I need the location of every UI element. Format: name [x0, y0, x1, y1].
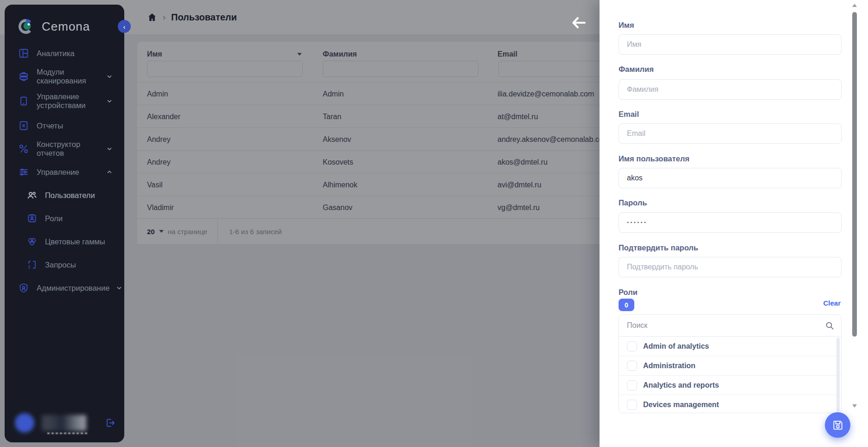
- color-palette-icon: [26, 236, 38, 247]
- roles-list-scrollbar[interactable]: [836, 338, 840, 412]
- role-option-label: Administration: [643, 362, 696, 370]
- first-name-field[interactable]: [619, 34, 842, 55]
- roles-search: [619, 315, 841, 337]
- field-label-email: Email: [619, 110, 639, 119]
- roles-search-input[interactable]: [619, 315, 841, 336]
- sidebar-item-label: Аналитика: [37, 49, 112, 58]
- role-option-label: Analytics and reports: [643, 381, 719, 390]
- username-field[interactable]: [619, 168, 842, 188]
- field-label-first-name: Имя: [619, 21, 634, 30]
- drawer-scrollbar[interactable]: [851, 0, 858, 447]
- cemona-logo-icon: [17, 17, 35, 36]
- role-option[interactable]: Admin of analytics: [619, 337, 841, 356]
- sidebar-item-label: Управление: [37, 168, 100, 177]
- sidebar-item-scan-modules[interactable]: Модули сканирования: [5, 65, 124, 88]
- floppy-save-icon: [832, 419, 844, 431]
- roles-picker: Admin of analytics Administration Analyt…: [619, 314, 842, 413]
- roles-label: Роли: [619, 288, 638, 297]
- management-icon: [18, 166, 30, 178]
- email-field[interactable]: [619, 123, 842, 144]
- role-option[interactable]: Devices management: [619, 395, 841, 413]
- shield-admin-icon: [18, 282, 30, 294]
- user-form-drawer: Имя Фамилия Email Имя пользователя Парол…: [600, 0, 868, 447]
- logout-icon[interactable]: [105, 417, 116, 428]
- sidebar-item-label: Цветовые гаммы: [45, 237, 112, 246]
- queries-icon: [26, 259, 38, 270]
- field-label-last-name: Фамилия: [619, 65, 654, 74]
- sidebar-nav: Аналитика Модули сканирования Управление…: [5, 42, 124, 300]
- sidebar-item-label: Администрирование: [37, 284, 109, 293]
- sidebar-item-administration[interactable]: Администрирование: [5, 276, 124, 300]
- roles-clear-link[interactable]: Clear: [823, 299, 841, 307]
- role-option-label: Admin of analytics: [643, 342, 709, 351]
- sidebar-item-analytics[interactable]: Аналитика: [5, 42, 124, 65]
- sidebar-item-report-builder[interactable]: Конструктор отчетов: [5, 137, 124, 160]
- chevron-down-icon: [116, 285, 122, 291]
- sidebar-item-label: Конструктор отчетов: [37, 140, 100, 158]
- checkbox[interactable]: [627, 380, 637, 390]
- field-label-confirm-password: Подтвердить пароль: [619, 243, 698, 252]
- sidebar-item-label: Роли: [45, 214, 112, 223]
- sidebar-user: [15, 411, 116, 435]
- app-name: Cemona: [42, 19, 90, 34]
- chevron-up-icon: [107, 169, 112, 175]
- username-redacted: [42, 415, 86, 431]
- checkbox[interactable]: [627, 361, 637, 371]
- search-icon: [825, 321, 835, 332]
- scroll-up-icon[interactable]: [852, 4, 857, 7]
- checkbox[interactable]: [627, 400, 637, 410]
- sidebar-item-label: Запросы: [45, 261, 112, 269]
- app-logo: Cemona: [5, 5, 124, 38]
- sidebar-item-users[interactable]: Пользователи: [5, 184, 124, 207]
- scan-modules-icon: [18, 71, 30, 82]
- sidebar-collapse-button[interactable]: ‹: [118, 20, 131, 33]
- role-option[interactable]: Administration: [619, 356, 841, 376]
- report-builder-icon: [18, 143, 30, 154]
- roles-count-badge: 0: [619, 299, 634, 311]
- chevron-down-icon: [107, 146, 112, 152]
- scroll-down-icon[interactable]: [852, 404, 857, 408]
- users-icon: [26, 190, 38, 201]
- devices-icon: [18, 96, 30, 107]
- sidebar-item-reports[interactable]: Отчеты: [5, 114, 124, 137]
- sidebar-item-label: Модули сканирования: [37, 68, 100, 85]
- save-button[interactable]: [825, 412, 850, 438]
- sidebar-item-device-management[interactable]: Управление устройствами: [5, 88, 124, 114]
- dashboard-icon: [18, 48, 30, 59]
- user-subtext-redacted: [47, 433, 87, 434]
- drawer-scrollbar-thumb[interactable]: [852, 12, 857, 337]
- chevron-down-icon: [107, 98, 112, 104]
- sidebar-item-label: Пользователи: [45, 191, 112, 200]
- field-label-password: Пароль: [619, 198, 647, 207]
- reports-icon: [18, 120, 30, 131]
- sidebar: Cemona ‹ Аналитика Модули сканирования У…: [5, 5, 124, 442]
- chevron-down-icon: [107, 74, 112, 79]
- role-option-label: Devices management: [643, 401, 719, 409]
- sidebar-item-queries[interactable]: Запросы: [5, 253, 124, 276]
- sidebar-item-label: Управление устройствами: [37, 92, 100, 110]
- roles-list: Admin of analytics Administration Analyt…: [619, 337, 841, 413]
- sidebar-item-roles[interactable]: Роли: [5, 207, 124, 230]
- sidebar-item-management[interactable]: Управление: [5, 160, 124, 184]
- sidebar-item-label: Отчеты: [37, 121, 112, 130]
- avatar: [15, 413, 34, 433]
- field-label-username: Имя пользователя: [619, 154, 689, 163]
- roles-icon: [26, 213, 38, 224]
- password-field[interactable]: [619, 212, 842, 233]
- last-name-field[interactable]: [619, 79, 842, 100]
- sidebar-item-color-schemes[interactable]: Цветовые гаммы: [5, 230, 124, 253]
- checkbox[interactable]: [627, 341, 637, 351]
- confirm-password-field[interactable]: [619, 257, 842, 277]
- drawer-back-button[interactable]: [570, 15, 587, 32]
- role-option[interactable]: Analytics and reports: [619, 376, 841, 395]
